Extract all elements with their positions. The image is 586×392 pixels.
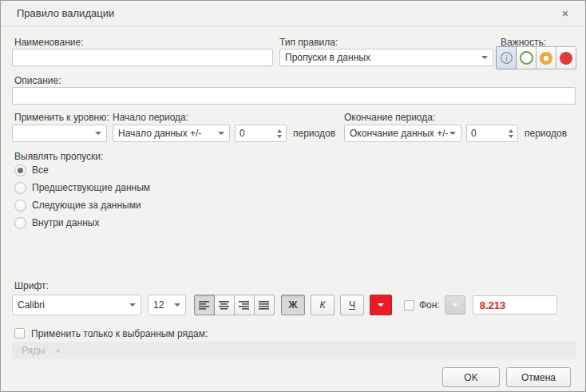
title-bar: Правило валидации × [1,1,585,26]
period-start-value: Начало данных +/- [118,128,218,139]
importance-success-button[interactable] [516,46,537,69]
bold-button[interactable]: Ж [281,295,305,315]
green-ring-icon [520,51,533,65]
align-center-button[interactable] [214,295,235,315]
importance-info-button[interactable]: i [496,46,517,69]
period-start-units: периодов [293,128,335,139]
period-start-offset-input[interactable] [236,125,273,141]
alignment-group [194,295,275,315]
stepper-arrows[interactable] [273,125,286,141]
font-size-select[interactable]: 12 [148,295,186,315]
cancel-button[interactable]: Отмена [506,367,571,387]
period-end-offset-stepper[interactable] [466,125,518,142]
align-center-icon [219,301,230,310]
gaps-label: Выявлять пропуски: [14,151,103,162]
arrow-up-icon [509,129,513,133]
description-input[interactable] [12,87,576,105]
radio-all-label: Все [32,164,49,176]
rule-type-select[interactable]: Пропуски в данных [279,49,493,66]
rule-type-value: Пропуски в данных [285,52,481,63]
orange-circle-icon [540,52,552,65]
chevron-down-icon [218,132,224,135]
underline-button[interactable]: Ч [340,295,364,315]
stepper-arrows[interactable] [505,125,517,141]
radio-following-data[interactable] [14,200,26,212]
chevron-down-icon [452,303,458,307]
chevron-down-icon [129,303,136,307]
apply-level-select[interactable] [12,125,107,142]
description-label: Описание: [14,75,61,86]
align-left-button[interactable] [194,295,215,315]
font-preview: 8.213 [473,295,557,315]
background-checkbox[interactable] [404,300,414,311]
chevron-down-icon [95,132,101,135]
breadcrumb-arrow-icon: ▸ [57,346,61,354]
period-end-select[interactable]: Окончание данных +/- [344,125,461,142]
arrow-down-icon [509,135,513,138]
red-circle-icon [560,52,572,65]
align-left-icon [199,301,210,310]
arrow-down-icon [277,135,282,138]
background-label: Фон: [419,299,440,311]
font-toolbar: Calibri 12 [12,295,557,315]
align-justify-icon [259,301,270,310]
importance-error-button[interactable] [556,46,576,69]
align-right-icon [239,301,250,310]
align-right-button[interactable] [234,295,255,315]
dialog-title: Правило валидации [17,7,114,19]
period-end-label: Окончание периода: [344,112,435,123]
ok-button[interactable]: OK [442,367,500,387]
importance-group: i [496,46,576,69]
info-icon: i [500,51,513,65]
chevron-down-icon [378,303,384,307]
name-input[interactable] [12,49,273,66]
font-family-select[interactable]: Calibri [12,295,141,315]
chevron-down-icon [449,132,456,135]
arrow-up-icon [277,129,282,133]
period-end-offset-input[interactable] [467,125,505,141]
radio-inside-data-label: Внутри данных [32,217,99,228]
rule-type-label: Тип правила: [279,37,338,48]
period-start-label: Начало периода: [113,112,188,123]
name-label: Наименование: [14,37,84,48]
chevron-down-icon [481,56,488,59]
italic-button[interactable]: К [311,295,335,315]
period-start-select[interactable]: Начало данных +/- [113,125,230,142]
apply-to-series-checkbox[interactable] [14,328,25,339]
background-color-button[interactable] [445,295,465,315]
svg-text:i: i [505,53,508,62]
period-end-units: периодов [525,128,567,139]
radio-all[interactable] [14,164,26,176]
radio-inside-data[interactable] [14,217,26,229]
font-size-value: 12 [153,299,174,311]
radio-following-data-label: Следующие за данными [32,200,141,211]
font-color-button[interactable] [370,295,392,315]
validation-rule-dialog: Правило валидации × Наименование: Тип пр… [0,0,586,392]
apply-level-label: Применить к уровню: [14,112,109,123]
apply-to-series-label: Применить только к выбранным рядам: [31,328,208,339]
font-label: Шрифт: [14,280,49,291]
align-justify-button[interactable] [254,295,275,315]
series-breadcrumb: Ряды [22,345,46,356]
period-start-offset-stepper[interactable] [235,125,287,142]
radio-preceding-data-label: Предшествующие данным [32,182,150,193]
chevron-down-icon [174,303,180,307]
importance-warning-button[interactable] [536,46,556,69]
radio-preceding-data[interactable] [14,182,26,194]
series-picker-bar[interactable]: Ряды ▸ [12,342,576,359]
period-end-value: Окончание данных +/- [350,128,449,139]
close-icon[interactable]: × [556,6,574,22]
font-family-value: Calibri [18,299,129,311]
